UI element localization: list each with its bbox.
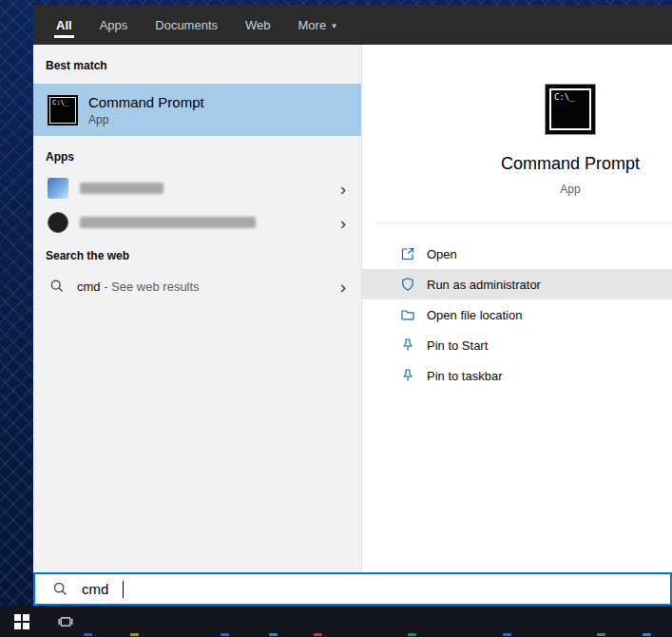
folder-icon [400, 307, 415, 322]
taskbar [0, 606, 672, 637]
web-result-text: cmd - See web results [77, 280, 200, 294]
tab-more[interactable]: More ▾ [297, 5, 338, 45]
action-open-file-location[interactable]: Open file location [362, 299, 672, 330]
web-section-header: Search the web [33, 249, 361, 262]
action-label: Open file location [427, 308, 522, 322]
results-panel: Best match C:\_ Command Prompt App Apps … [33, 45, 361, 572]
taskbar-edge-artifact [130, 633, 139, 636]
taskbar-edge-artifact [408, 633, 416, 636]
windows-logo-icon [14, 614, 29, 629]
chevron-right-icon[interactable]: › [340, 180, 346, 198]
tab-apps[interactable]: Apps [98, 5, 130, 45]
preview-panel: C:\_ Command Prompt App [361, 45, 672, 572]
action-label: Run as administrator [427, 278, 541, 292]
redacted-app-name-2 [80, 217, 256, 228]
action-run-as-administrator[interactable]: Run as administrator [362, 269, 672, 299]
search-input[interactable]: cmd [33, 572, 672, 606]
tab-apps-label: Apps [100, 18, 128, 32]
chevron-down-icon: ▾ [332, 19, 336, 30]
command-prompt-icon-glyph: C:\_ [52, 100, 68, 106]
preview-divider [376, 222, 672, 223]
web-result-cmd[interactable]: cmd - See web results › [33, 269, 361, 303]
web-result-suffix: - See web results [101, 280, 200, 294]
taskbar-edge-artifact [643, 633, 651, 636]
best-match-title: Command Prompt [88, 94, 204, 110]
search-window: All Apps Documents Web More ▾ Best match [33, 5, 672, 606]
taskbar-edge-artifact [314, 633, 322, 636]
web-result-query: cmd [77, 280, 101, 294]
command-prompt-icon-large: C:\_ [545, 84, 596, 135]
chevron-right-icon[interactable]: › [340, 278, 346, 296]
best-match-text: Command Prompt App [88, 94, 204, 126]
tab-more-label: More [298, 18, 327, 32]
app-icon-1 [48, 178, 68, 199]
taskbar-edge-artifact [269, 633, 278, 636]
command-prompt-icon-glyph: C:\_ [554, 93, 575, 102]
search-icon [52, 581, 68, 597]
chevron-right-icon[interactable]: › [340, 214, 346, 232]
taskbar-edge-artifact [221, 633, 229, 636]
preview-subtitle: App [560, 183, 580, 196]
apps-section-header: Apps [33, 150, 361, 164]
app-result-2[interactable]: › [33, 205, 361, 240]
action-label: Pin to Start [427, 338, 488, 353]
action-list: Open Run as administrator [362, 239, 672, 391]
admin-shield-icon [400, 277, 415, 292]
action-label: Open [427, 247, 457, 261]
action-pin-to-start[interactable]: Pin to Start [362, 330, 672, 360]
task-view-icon [58, 614, 73, 629]
search-filter-tabs: All Apps Documents Web More ▾ [33, 5, 672, 45]
search-icon [49, 279, 65, 294]
pin-icon [400, 368, 415, 383]
open-icon [400, 246, 415, 261]
action-label: Pin to taskbar [427, 369, 503, 383]
command-prompt-icon: C:\_ [48, 95, 78, 125]
action-pin-to-taskbar[interactable]: Pin to taskbar [362, 360, 672, 391]
best-match-item[interactable]: C:\_ Command Prompt App [33, 84, 361, 136]
preview-title: Command Prompt [501, 154, 640, 174]
tab-documents-label: Documents [155, 18, 218, 32]
redacted-app-name-1 [80, 183, 163, 194]
action-open[interactable]: Open [362, 239, 672, 269]
task-view-button[interactable] [44, 606, 87, 637]
tab-all-label: All [56, 18, 72, 32]
tab-web[interactable]: Web [243, 5, 273, 45]
desktop: All Apps Documents Web More ▾ Best match [0, 0, 672, 637]
tab-documents[interactable]: Documents [153, 5, 220, 45]
preview-hero: C:\_ Command Prompt App [362, 45, 672, 196]
text-caret [123, 581, 124, 598]
start-button[interactable] [0, 606, 44, 637]
pin-icon [400, 338, 415, 353]
tab-web-label: Web [245, 18, 271, 32]
tab-all[interactable]: All [54, 5, 74, 45]
search-results-body: Best match C:\_ Command Prompt App Apps … [33, 45, 672, 572]
best-match-subtitle: App [88, 113, 204, 126]
app-result-1[interactable]: › [33, 171, 361, 205]
best-match-header: Best match [33, 59, 361, 72]
taskbar-edge-artifact [503, 633, 511, 636]
taskbar-edge-artifact [84, 633, 92, 636]
taskbar-edge-artifact [597, 633, 605, 636]
search-query-text: cmd [82, 581, 108, 597]
app-icon-2 [48, 212, 68, 233]
